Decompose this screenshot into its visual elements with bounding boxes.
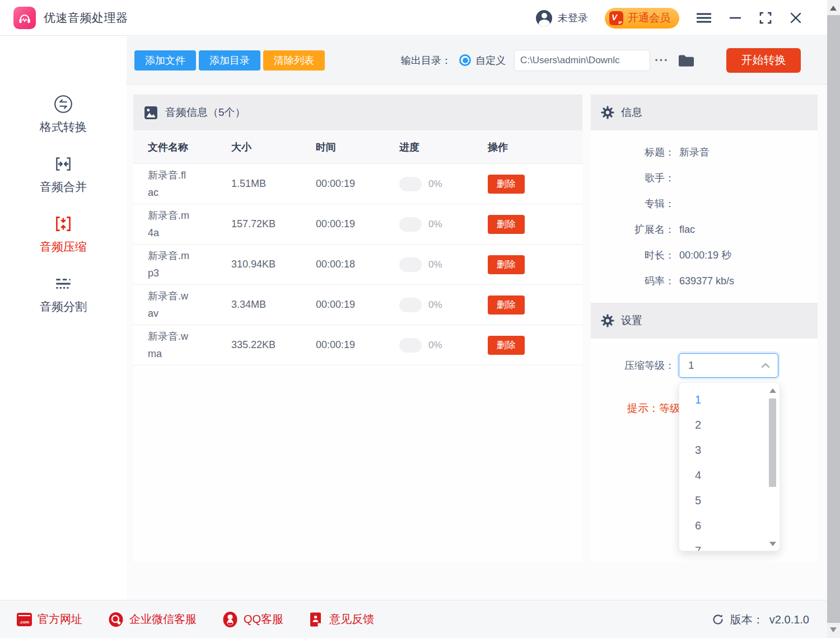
sidebar-item-label: 音频合并 (40, 179, 87, 195)
sidebar-item-audio-compress[interactable]: 音频压缩 (40, 213, 87, 255)
browse-more-button[interactable]: ··· (655, 53, 669, 68)
delete-button[interactable]: 删除 (488, 295, 525, 315)
progress-bar (399, 177, 422, 191)
progress-bar (399, 217, 422, 232)
user-avatar-icon (536, 10, 552, 26)
minimize-icon[interactable] (729, 7, 742, 29)
dropdown-option[interactable]: 4 (679, 463, 780, 488)
progress-value: 0% (428, 340, 442, 351)
scroll-up-arrow-icon[interactable] (830, 6, 837, 11)
dropdown-option[interactable]: 6 (679, 513, 780, 538)
dropdown-option[interactable]: 7 (679, 538, 780, 551)
info-header: 信息 (591, 95, 818, 130)
maximize-icon[interactable] (759, 7, 772, 29)
file-size: 3.34MB (231, 299, 316, 311)
feedback-link[interactable]: 意见反馈 (309, 612, 374, 627)
app-title: 优速音频处理器 (44, 10, 128, 26)
custom-radio-label: 自定义 (475, 54, 506, 67)
file-time: 00:00:19 (316, 339, 399, 351)
table-row[interactable]: 新录音.flac 1.51MB 00:00:19 0% 删除 (133, 164, 582, 204)
scrollbar-thumb[interactable] (769, 398, 776, 487)
compression-level-select[interactable]: 1 (679, 353, 778, 378)
col-filename: 文件名称 (148, 140, 231, 154)
audio-info-panel: 音频信息（5个） 文件名称 大小 时间 进度 操作 新录音.flac 1.51M… (133, 95, 582, 562)
wechat-icon (108, 612, 124, 627)
info-label: 标题： (591, 146, 675, 159)
info-fields: 标题：新录音 歌手： 专辑： 扩展名：flac 时长：00:00:19 秒 码率… (591, 130, 818, 294)
feedback-icon (309, 612, 324, 627)
file-name: 新录音.mp3 (148, 247, 190, 282)
delete-button[interactable]: 删除 (488, 336, 525, 355)
compression-level-label: 压缩等级： (591, 353, 675, 378)
info-gear-icon (601, 106, 614, 119)
compression-hint-text: 提示：等级 (627, 401, 680, 416)
scroll-down-arrow-icon[interactable] (769, 542, 776, 546)
dropdown-option[interactable]: 2 (679, 412, 780, 438)
sidebar-item-audio-merge[interactable]: 音频合并 (40, 153, 87, 195)
version-value: v2.0.1.0 (769, 613, 809, 626)
clear-list-button[interactable]: 清除列表 (263, 50, 325, 71)
app-window: 优速音频处理器 未登录 VIP 开通会员 (0, 0, 840, 638)
vip-badge-icon: VIP (609, 11, 623, 25)
col-progress: 进度 (399, 140, 488, 154)
info-label: 歌手： (591, 171, 675, 185)
file-size: 310.94KB (231, 259, 316, 270)
close-icon[interactable] (789, 7, 802, 29)
refresh-icon[interactable] (711, 613, 725, 626)
official-site-link[interactable]: 官方网址 (17, 612, 82, 627)
version-info: 版本： v2.0.1.0 (711, 601, 809, 638)
file-name: 新录音.flac (148, 167, 190, 201)
info-label: 扩展名： (591, 223, 675, 236)
table-row[interactable]: 新录音.wav 3.34MB 00:00:19 0% 删除 (133, 285, 582, 325)
start-convert-button[interactable]: 开始转换 (726, 48, 801, 73)
dropdown-option[interactable]: 1 (679, 387, 780, 412)
dropdown-scrollbar[interactable] (768, 386, 777, 548)
menu-icon[interactable] (696, 7, 712, 29)
compress-icon (53, 213, 74, 234)
table-header: 文件名称 大小 时间 进度 操作 (133, 130, 582, 164)
output-path-input[interactable] (514, 50, 650, 71)
progress-value: 0% (428, 299, 442, 311)
dropdown-option[interactable]: 3 (679, 438, 780, 463)
sidebar: 格式转换 音频合并 音频压缩 音频分割 (0, 36, 127, 600)
login-status[interactable]: 未登录 (536, 10, 588, 26)
merge-icon (53, 153, 74, 175)
wechat-service-link[interactable]: 企业微信客服 (108, 612, 197, 627)
info-label: 专辑： (591, 197, 675, 210)
progress-bar (399, 257, 422, 272)
col-time: 时间 (316, 140, 399, 154)
sidebar-item-format-convert[interactable]: 格式转换 (40, 93, 87, 135)
open-folder-button[interactable] (678, 53, 695, 68)
table-row[interactable]: 新录音.wma 335.22KB 00:00:19 0% 删除 (133, 325, 582, 365)
delete-button[interactable]: 删除 (488, 175, 525, 194)
delete-button[interactable]: 删除 (488, 215, 525, 234)
open-vip-button[interactable]: VIP 开通会员 (605, 8, 679, 29)
settings-title: 设置 (621, 313, 642, 328)
audio-info-header: 音频信息（5个） (133, 95, 582, 130)
progress-value: 0% (428, 179, 442, 190)
window-scrollbar[interactable] (827, 0, 840, 638)
custom-radio[interactable] (459, 54, 471, 66)
settings-gear-icon (601, 314, 614, 327)
qq-service-link[interactable]: QQ客服 (222, 611, 283, 628)
dropdown-option[interactable]: 5 (679, 488, 780, 513)
version-label: 版本： (730, 612, 764, 627)
file-name: 新录音.m4a (148, 207, 190, 242)
info-title: 信息 (621, 105, 642, 120)
scroll-up-arrow-icon[interactable] (769, 388, 776, 393)
folder-icon (678, 53, 695, 68)
file-size: 157.72KB (231, 218, 316, 230)
table-row[interactable]: 新录音.mp3 310.94KB 00:00:18 0% 删除 (133, 245, 582, 285)
table-row[interactable]: 新录音.m4a 157.72KB 00:00:19 0% 删除 (133, 204, 582, 245)
sidebar-item-audio-split[interactable]: 音频分割 (40, 273, 87, 315)
file-time: 00:00:19 (316, 178, 399, 190)
scrollbar-thumb[interactable] (827, 15, 840, 623)
scroll-down-arrow-icon[interactable] (830, 627, 837, 632)
content-area: 添加文件 添加目录 清除列表 输出目录： 自定义 ··· 开始转换 (127, 36, 827, 600)
info-settings-panel: 信息 标题：新录音 歌手： 专辑： 扩展名：flac 时长：00:00:19 秒… (591, 95, 818, 562)
delete-button[interactable]: 删除 (488, 255, 525, 274)
footer-bar: 官方网址 企业微信客服 QQ客服 (0, 600, 827, 638)
main-area: 音频信息（5个） 文件名称 大小 时间 进度 操作 新录音.flac 1.51M… (127, 85, 827, 600)
add-directory-button[interactable]: 添加目录 (199, 50, 260, 71)
add-file-button[interactable]: 添加文件 (134, 50, 196, 71)
